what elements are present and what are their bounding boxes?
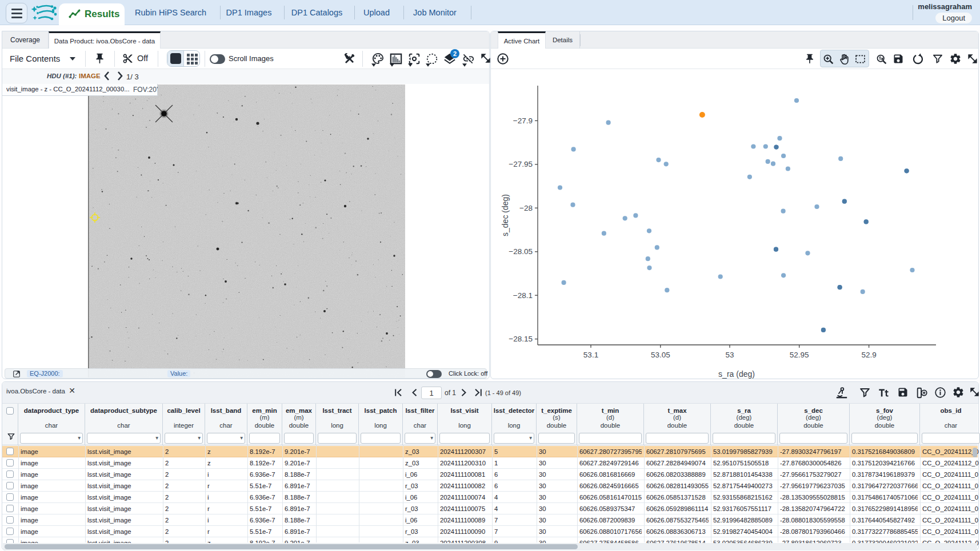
svg-text:−27.95: −27.95 <box>509 160 533 168</box>
svg-text:−28.1: −28.1 <box>513 291 533 300</box>
svg-text:s_ra (deg): s_ra (deg) <box>718 369 755 379</box>
svg-text:−28.15: −28.15 <box>509 335 533 343</box>
svg-text:52.9: 52.9 <box>861 351 876 359</box>
svg-text:53.1: 53.1 <box>583 351 598 359</box>
svg-text:−27.9: −27.9 <box>513 116 533 125</box>
svg-text:−28: −28 <box>519 204 533 212</box>
svg-text:53: 53 <box>725 351 734 359</box>
svg-text:−28.05: −28.05 <box>509 247 533 256</box>
svg-text:s_dec (deg): s_dec (deg) <box>501 194 510 236</box>
svg-text:53.05: 53.05 <box>651 351 670 359</box>
svg-text:52.95: 52.95 <box>790 351 809 359</box>
